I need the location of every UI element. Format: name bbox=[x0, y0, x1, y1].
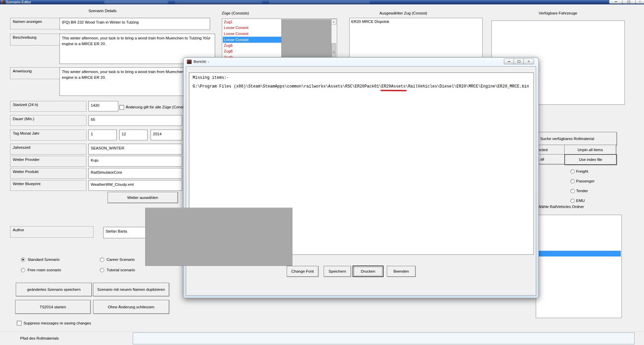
close-icon: ✕ bbox=[639, 0, 641, 3]
railvehicles-listbox[interactable] bbox=[536, 215, 622, 318]
radio-tender[interactable] bbox=[570, 189, 575, 193]
unpin-all-items-button[interactable]: Unpin all items bbox=[564, 145, 616, 154]
radio-standard-szenario[interactable] bbox=[21, 257, 25, 262]
titlebar-artifact bbox=[269, 1, 370, 4]
radio-emu[interactable] bbox=[570, 199, 575, 203]
report-line-path: G:\Program Files (x86)\Steam\SteamApps\c… bbox=[193, 84, 530, 89]
section-title-zuege: Züge (Consists) bbox=[197, 11, 274, 15]
radio-emu-label[interactable]: EMU bbox=[576, 199, 585, 203]
drucken-button[interactable]: Drucken bbox=[353, 266, 383, 277]
label-tag-monat-jahr: Tag Monat Jahr bbox=[10, 130, 86, 140]
wetter-produkt-input[interactable]: RailSimulatorCore bbox=[88, 168, 182, 179]
label-dauer: Dauer (Min.) bbox=[10, 115, 86, 126]
railvehicles-selected-row[interactable] bbox=[536, 251, 621, 256]
aenderung-checkbox[interactable] bbox=[119, 105, 124, 110]
overlay-window-large bbox=[145, 208, 292, 266]
radio-career-scenario[interactable] bbox=[100, 257, 104, 262]
suppress-messages-checkbox[interactable] bbox=[17, 321, 22, 325]
suppress-messages-label[interactable]: Suppress messages re saving changes bbox=[24, 321, 91, 325]
close-icon: ✕ bbox=[528, 60, 530, 63]
dialog-title: Bericht: - bbox=[194, 60, 209, 64]
radio-career-scenario-label[interactable]: Career Scenario bbox=[107, 257, 135, 262]
label-namen-anzeigen: Namen anzeigen bbox=[10, 18, 60, 29]
close-button[interactable]: ✕ bbox=[635, 0, 644, 4]
scrollbar-up-icon[interactable]: ▲ bbox=[206, 35, 209, 38]
minimize-button[interactable] bbox=[609, 0, 622, 4]
change-font-button[interactable]: Change Font bbox=[287, 266, 318, 277]
aenderung-checkbox-label[interactable]: Änderung gilt für alle Züge (Consists bbox=[126, 105, 188, 109]
radio-free-roam-scenario[interactable] bbox=[21, 268, 25, 272]
jahreszeit-input[interactable]: SEASON_WINTER bbox=[88, 144, 182, 154]
startzeit-input[interactable]: 1430 bbox=[88, 101, 118, 111]
tag-input[interactable]: 1 bbox=[88, 130, 117, 140]
label-wetter-blueprint: Wetter Blueprint bbox=[10, 180, 86, 191]
close-without-changes-button[interactable]: Ohne Änderung schliessen bbox=[93, 300, 169, 314]
radio-freight[interactable] bbox=[570, 169, 575, 174]
save-scenario-button[interactable]: geändertes Szenario speichern bbox=[16, 283, 92, 296]
minimize-icon bbox=[508, 61, 510, 62]
namen-anzeigen-input[interactable]: (FQ) BR 232 Wood Train in Winter to Tutz… bbox=[59, 18, 210, 30]
section-title-szenario-details: Szenario Details bbox=[27, 9, 178, 13]
beenden-button[interactable]: Beenden bbox=[387, 266, 415, 277]
dialog-titlebar[interactable] bbox=[184, 58, 538, 66]
path-after: \RailVehicles\Diesel\ER20\MRCE\Engine\ER… bbox=[406, 84, 529, 89]
monat-input[interactable]: 12 bbox=[119, 130, 148, 140]
section-title-verfuegbare-fahrzeuge: Verfügbare Fahrzeuge bbox=[491, 11, 625, 15]
pfad-input[interactable] bbox=[133, 333, 635, 344]
path-highlight: ER20Assets bbox=[381, 84, 406, 89]
maximize-button[interactable] bbox=[622, 0, 636, 4]
label-wetter-provider: Wetter Provider bbox=[10, 156, 86, 167]
main-titlebar[interactable]: Szenario-Editor ✕ bbox=[0, 0, 644, 4]
dialog-icon bbox=[187, 60, 192, 64]
radio-free-roam-scenario-label[interactable]: Free roam scenario bbox=[28, 268, 61, 272]
app-icon bbox=[1, 0, 5, 4]
radio-tutorial-scenario[interactable] bbox=[100, 268, 104, 272]
ts2014-start-button[interactable]: TS2014 starten bbox=[15, 300, 90, 314]
maximize-icon bbox=[518, 60, 520, 63]
scrollbar-up-icon[interactable]: ▲ bbox=[331, 19, 336, 25]
titlebar-artifact bbox=[175, 1, 262, 4]
pfad-label: Pfad des Rollmaterials bbox=[20, 336, 59, 340]
select-all-button-fragment[interactable]: t all bbox=[536, 154, 566, 164]
radio-freight-label[interactable]: Freight bbox=[576, 169, 588, 173]
wetter-provider-input[interactable]: Kuju bbox=[88, 156, 182, 167]
label-author: Author bbox=[10, 226, 93, 238]
report-line-missing: Missing items:- bbox=[193, 75, 530, 80]
use-index-file-button[interactable]: Use index file bbox=[564, 154, 617, 165]
label-anweisung: Anweisung bbox=[10, 67, 60, 79]
wetter-auswaehlen-button[interactable]: Wetter auswählen bbox=[108, 192, 178, 203]
radio-tutorial-scenario-label[interactable]: Tutorial scenario bbox=[107, 268, 135, 272]
label-beschreibung: Beschreibung bbox=[10, 34, 60, 45]
minimize-icon bbox=[615, 1, 617, 2]
overlay-window-small bbox=[281, 19, 331, 59]
wetter-blueprint-input[interactable]: Weather\RW_Cloudy.xml bbox=[88, 180, 182, 191]
duplicate-scenario-button[interactable]: Szenario mit neuem Namen duplizieren bbox=[93, 283, 169, 296]
radio-standard-szenario-label[interactable]: Standard Szenario bbox=[28, 257, 59, 262]
section-title-ausgewaehlter-zug: Ausgewählter Zug (Consist) bbox=[336, 11, 471, 15]
main-window-title: Szenario-Editor bbox=[6, 0, 31, 4]
dialog-close-button[interactable]: ✕ bbox=[523, 59, 534, 64]
dauer-input[interactable]: 55 bbox=[88, 115, 182, 126]
unpin-selected-button-fragment[interactable]: ected bbox=[536, 145, 566, 154]
label-startzeit: Startzeit (24 h) bbox=[10, 101, 86, 112]
label-jahreszeit: Jahreszeit bbox=[10, 144, 86, 154]
speichern-button[interactable]: Speichern bbox=[324, 266, 351, 277]
dialog-maximize-button[interactable] bbox=[514, 59, 524, 64]
titlebar-artifact bbox=[104, 1, 168, 4]
dialog-minimize-button[interactable] bbox=[504, 59, 514, 64]
radio-passenger[interactable] bbox=[570, 179, 575, 183]
path-before: G:\Program Files (x86)\Steam\SteamApps\c… bbox=[193, 84, 381, 89]
radio-passenger-label[interactable]: Passenger bbox=[576, 179, 595, 183]
jahr-input[interactable]: 2014 bbox=[151, 130, 182, 140]
radio-tender-label[interactable]: Tender bbox=[576, 189, 588, 193]
maximize-icon bbox=[628, 1, 630, 3]
waehle-railvehicles-label: Wähle RailVehicles Ordner bbox=[538, 205, 584, 209]
ausgewaehlter-zug-item[interactable]: ER20 MRCE Dispolok bbox=[351, 20, 389, 24]
label-wetter-produkt: Wetter Produkt bbox=[10, 168, 86, 179]
